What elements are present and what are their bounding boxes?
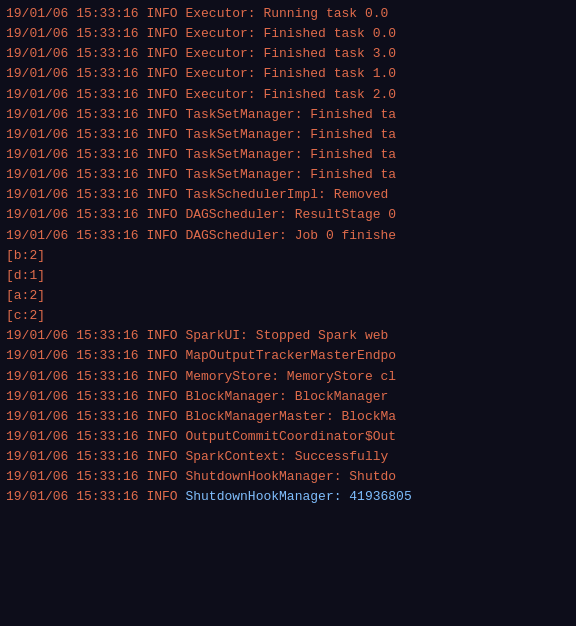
result-line: [b:2] xyxy=(0,246,576,266)
log-timestamp: 19/01/06 15:33:16 xyxy=(6,369,146,384)
log-level: INFO xyxy=(146,167,185,182)
log-line: 19/01/06 15:33:16 INFO DAGScheduler: Job… xyxy=(0,226,576,246)
log-timestamp: 19/01/06 15:33:16 xyxy=(6,409,146,424)
log-message: Executor: Finished task 1.0 xyxy=(185,66,396,81)
log-line: 19/01/06 15:33:16 INFO SparkContext: Suc… xyxy=(0,447,576,467)
log-message: TaskSetManager: Finished ta xyxy=(185,127,396,142)
result-line: [c:2] xyxy=(0,306,576,326)
log-timestamp: 19/01/06 15:33:16 xyxy=(6,429,146,444)
log-level: INFO xyxy=(146,107,185,122)
log-message: BlockManagerMaster: BlockMa xyxy=(185,409,396,424)
log-line: 19/01/06 15:33:16 INFO Executor: Finishe… xyxy=(0,85,576,105)
log-level: INFO xyxy=(146,328,185,343)
log-message: ShutdownHookManager: Shutdo xyxy=(185,469,396,484)
log-message: TaskSchedulerImpl: Removed xyxy=(185,187,388,202)
log-level: INFO xyxy=(146,87,185,102)
log-level: INFO xyxy=(146,429,185,444)
log-message: TaskSetManager: Finished ta xyxy=(185,147,396,162)
log-line: 19/01/06 15:33:16 INFO DAGScheduler: Res… xyxy=(0,205,576,225)
log-level: INFO xyxy=(146,489,185,504)
url-line: 19/01/06 15:33:16 INFO ShutdownHookManag… xyxy=(0,487,576,507)
log-timestamp: 19/01/06 15:33:16 xyxy=(6,469,146,484)
log-message: DAGScheduler: Job 0 finishe xyxy=(185,228,396,243)
log-message: DAGScheduler: ResultStage 0 xyxy=(185,207,396,222)
log-level: INFO xyxy=(146,469,185,484)
log-line: 19/01/06 15:33:16 INFO BlockManagerMaste… xyxy=(0,407,576,427)
log-line: 19/01/06 15:33:16 INFO TaskSetManager: F… xyxy=(0,165,576,185)
terminal-window: 19/01/06 15:33:16 INFO Executor: Running… xyxy=(0,0,576,626)
log-line: 19/01/06 15:33:16 INFO TaskSetManager: F… xyxy=(0,105,576,125)
log-message: MemoryStore: MemoryStore cl xyxy=(185,369,396,384)
log-message: BlockManager: BlockManager xyxy=(185,389,388,404)
log-line: 19/01/06 15:33:16 INFO MemoryStore: Memo… xyxy=(0,367,576,387)
log-line: 19/01/06 15:33:16 INFO Executor: Finishe… xyxy=(0,44,576,64)
log-line: 19/01/06 15:33:16 INFO Executor: Finishe… xyxy=(0,64,576,84)
result-line: [a:2] xyxy=(0,286,576,306)
log-timestamp: 19/01/06 15:33:16 xyxy=(6,147,146,162)
log-timestamp: 19/01/06 15:33:16 xyxy=(6,348,146,363)
log-message: SparkContext: Successfully xyxy=(185,449,388,464)
log-timestamp: 19/01/06 15:33:16 xyxy=(6,328,146,343)
log-timestamp: 19/01/06 15:33:16 xyxy=(6,187,146,202)
log-line: 19/01/06 15:33:16 INFO SparkUI: Stopped … xyxy=(0,326,576,346)
log-level: INFO xyxy=(146,187,185,202)
log-timestamp: 19/01/06 15:33:16 xyxy=(6,127,146,142)
log-timestamp: 19/01/06 15:33:16 xyxy=(6,489,146,504)
log-level: INFO xyxy=(146,46,185,61)
log-level: INFO xyxy=(146,409,185,424)
log-container: 19/01/06 15:33:16 INFO Executor: Running… xyxy=(0,4,576,508)
log-timestamp: 19/01/06 15:33:16 xyxy=(6,87,146,102)
log-line: 19/01/06 15:33:16 INFO OutputCommitCoord… xyxy=(0,427,576,447)
log-line: 19/01/06 15:33:16 INFO BlockManager: Blo… xyxy=(0,387,576,407)
log-level: INFO xyxy=(146,66,185,81)
log-level: INFO xyxy=(146,369,185,384)
log-timestamp: 19/01/06 15:33:16 xyxy=(6,6,146,21)
log-timestamp: 19/01/06 15:33:16 xyxy=(6,167,146,182)
log-timestamp: 19/01/06 15:33:16 xyxy=(6,107,146,122)
log-line: 19/01/06 15:33:16 INFO Executor: Running… xyxy=(0,4,576,24)
log-level: INFO xyxy=(146,389,185,404)
log-timestamp: 19/01/06 15:33:16 xyxy=(6,207,146,222)
log-timestamp: 19/01/06 15:33:16 xyxy=(6,26,146,41)
log-level: INFO xyxy=(146,207,185,222)
log-level: INFO xyxy=(146,127,185,142)
log-line: 19/01/06 15:33:16 INFO TaskSetManager: F… xyxy=(0,145,576,165)
log-message: OutputCommitCoordinator$Out xyxy=(185,429,396,444)
log-message: SparkUI: Stopped Spark web xyxy=(185,328,388,343)
log-timestamp: 19/01/06 15:33:16 xyxy=(6,389,146,404)
log-message: TaskSetManager: Finished ta xyxy=(185,107,396,122)
log-line: 19/01/06 15:33:16 INFO MapOutputTrackerM… xyxy=(0,346,576,366)
log-timestamp: 19/01/06 15:33:16 xyxy=(6,228,146,243)
log-line: 19/01/06 15:33:16 INFO Executor: Finishe… xyxy=(0,24,576,44)
result-line: [d:1] xyxy=(0,266,576,286)
log-timestamp: 19/01/06 15:33:16 xyxy=(6,449,146,464)
log-message: Executor: Finished task 2.0 xyxy=(185,87,396,102)
log-level: INFO xyxy=(146,6,185,21)
log-line: 19/01/06 15:33:16 INFO TaskSchedulerImpl… xyxy=(0,185,576,205)
log-message: MapOutputTrackerMasterEndpo xyxy=(185,348,396,363)
log-level: INFO xyxy=(146,348,185,363)
log-message: TaskSetManager: Finished ta xyxy=(185,167,396,182)
log-timestamp: 19/01/06 15:33:16 xyxy=(6,46,146,61)
log-line: 19/01/06 15:33:16 INFO TaskSetManager: F… xyxy=(0,125,576,145)
log-level: INFO xyxy=(146,147,185,162)
log-message: ShutdownHookManager: 41936805 xyxy=(185,489,411,504)
log-timestamp: 19/01/06 15:33:16 xyxy=(6,66,146,81)
log-message: Executor: Finished task 0.0 xyxy=(185,26,396,41)
log-level: INFO xyxy=(146,228,185,243)
log-line: 19/01/06 15:33:16 INFO ShutdownHookManag… xyxy=(0,467,576,487)
log-message: Executor: Finished task 3.0 xyxy=(185,46,396,61)
log-level: INFO xyxy=(146,26,185,41)
log-level: INFO xyxy=(146,449,185,464)
log-message: Executor: Running task 0.0 xyxy=(185,6,388,21)
